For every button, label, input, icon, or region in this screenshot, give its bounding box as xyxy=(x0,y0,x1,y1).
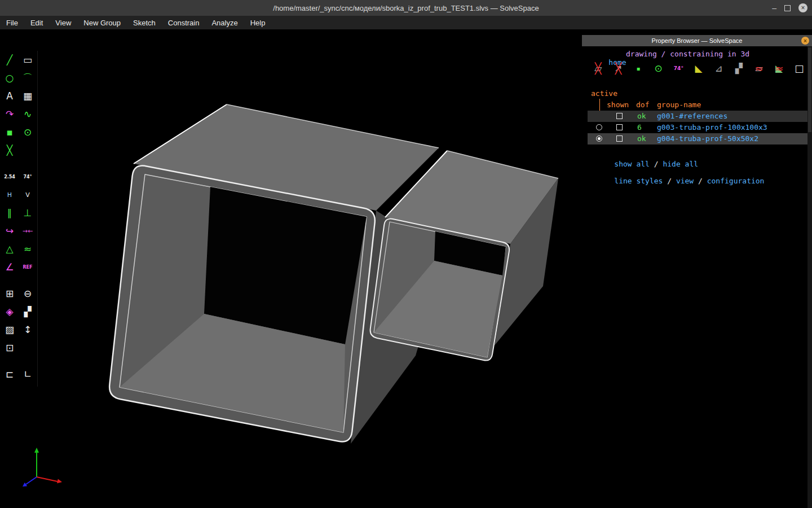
view-toggle-toolbar: ▱ ╳ ↗ ╳ ▪ ⊙ 74° ◣ ⊿ ▞ xyxy=(591,61,807,76)
menu-constrain[interactable]: Constrain xyxy=(162,16,206,29)
hide-all-link[interactable]: hide all xyxy=(663,160,698,168)
constraints-toggle-icon[interactable]: ⊙ xyxy=(651,61,666,76)
tangent-arc-icon[interactable]: ↷ xyxy=(1,105,19,123)
link-frame-icon[interactable]: ∟ xyxy=(19,365,37,383)
horizontal-constraint-icon[interactable]: H xyxy=(1,186,19,204)
group-row-g003[interactable]: 6 g003-truba-prof-100x100x3 xyxy=(582,122,807,133)
hidden-lines-toggle-icon[interactable]: ◣ ≈ xyxy=(772,61,787,76)
cubic-bezier-icon[interactable]: ∿ xyxy=(19,105,37,123)
arc-icon[interactable]: ⌒ xyxy=(19,69,37,87)
group-list-header: shown dof group-name xyxy=(582,100,807,111)
dof-value-g003: 6 xyxy=(637,122,642,133)
property-browser-titlebar: Property Browser — SolveSpace × xyxy=(582,35,812,46)
link-file-icon[interactable]: ⊏ xyxy=(1,365,19,383)
x-axis-arrowhead xyxy=(57,479,62,484)
perpendicular-constraint-icon[interactable]: ⊥ xyxy=(19,204,37,222)
parallel-constraint-icon[interactable]: ∥ xyxy=(1,204,19,222)
text-icon[interactable]: A xyxy=(1,87,19,105)
minimize-button[interactable]: – xyxy=(772,0,776,16)
angle-dimension-icon[interactable]: 74° xyxy=(19,168,37,186)
construction-icon[interactable]: ⊙ xyxy=(19,123,37,141)
lathe-group-icon[interactable]: ⊖ xyxy=(19,284,37,303)
outlines-toggle-icon[interactable]: ▞ xyxy=(731,61,746,76)
context-label: drawing / constraining in 3d xyxy=(626,50,749,58)
model-canvas[interactable] xyxy=(0,29,582,508)
group-row-g001[interactable]: ok g001-#references xyxy=(582,111,807,122)
y-axis-arrowhead xyxy=(34,448,39,453)
z-axis xyxy=(26,477,37,484)
equal-constraint-icon[interactable]: △ xyxy=(1,240,19,258)
window-title: /home/master/_sync/cnc/модели/sborka_iz_… xyxy=(273,4,539,12)
split-curves-icon[interactable]: ╳ xyxy=(1,141,19,159)
show-all-link[interactable]: show all xyxy=(614,160,650,168)
window-controls: – × xyxy=(772,0,807,16)
distance-dimension-icon[interactable]: 2.54 xyxy=(1,168,19,186)
line-styles-link[interactable]: line styles xyxy=(614,177,663,185)
menu-help[interactable]: Help xyxy=(244,16,272,29)
settings-links: line styles / view / configuration xyxy=(597,168,764,194)
property-browser-title: Property Browser — SolveSpace xyxy=(652,37,743,44)
group-link-g001[interactable]: g001-#references xyxy=(657,111,727,122)
sketch-toolbar: ╱ ▭ ○ ⌒ A ▦ ↷ ∿ ▪ ⊙ ╳ 2.54 74° H V xyxy=(1,51,38,387)
shown-checkbox-g003[interactable] xyxy=(616,124,623,130)
close-button[interactable]: × xyxy=(798,3,807,12)
active-radio-g004[interactable] xyxy=(596,135,602,142)
mesh-toggle-icon[interactable]: ▱ ≈ xyxy=(752,61,766,76)
menu-view[interactable]: View xyxy=(49,16,77,29)
property-browser-window: Property Browser — SolveSpace × home dra… xyxy=(582,35,812,508)
shown-checkbox-g004[interactable] xyxy=(616,135,623,142)
vertical-constraint-icon[interactable]: V xyxy=(19,186,37,204)
shown-checkbox-g001[interactable] xyxy=(616,113,623,119)
reference-constraint-icon[interactable]: REF xyxy=(19,258,37,276)
symmetric-constraint-icon[interactable]: →← xyxy=(19,222,37,240)
axes-indicator xyxy=(23,448,62,487)
other-angle-constraint-icon[interactable]: ∠ xyxy=(1,258,19,276)
menu-file[interactable]: File xyxy=(0,16,24,29)
same-curvature-constraint-icon[interactable]: ≈ xyxy=(19,240,37,258)
circle-icon[interactable]: ○ xyxy=(1,69,19,87)
dimensions-toggle-icon[interactable]: 74° xyxy=(672,61,686,76)
restore-button[interactable] xyxy=(784,5,791,11)
active-radio-g003[interactable] xyxy=(596,124,602,130)
revolve-group-icon[interactable]: ◈ xyxy=(1,303,19,321)
points-toggle-icon[interactable]: ▪ xyxy=(631,61,646,76)
step-rotate-group-icon[interactable]: ▨ xyxy=(1,321,19,339)
step-translate-group-icon[interactable]: ▞ xyxy=(19,303,37,321)
group-list: ok g001-#references 6 g003-truba-prof-10… xyxy=(582,111,807,144)
occluded-toggle-icon[interactable]: □ xyxy=(792,61,806,76)
group-link-g004[interactable]: g004-truba-prof-50x50x2 xyxy=(657,133,758,144)
workplanes-toggle-icon[interactable]: ▱ ╳ xyxy=(591,61,606,76)
group-row-g004[interactable]: ok g004-truba-prof-50x50x2 xyxy=(582,133,807,144)
shaded-toggle-icon[interactable]: ◣ xyxy=(691,61,706,76)
scrollbar-thumb[interactable] xyxy=(808,47,811,132)
menu-sketch[interactable]: Sketch xyxy=(127,16,162,29)
line-segment-icon[interactable]: ╱ xyxy=(1,51,19,69)
window-titlebar: /home/master/_sync/cnc/модели/sborka_iz_… xyxy=(0,0,812,16)
scrollbar[interactable] xyxy=(807,46,812,508)
helix-group-icon[interactable]: ↕ xyxy=(19,321,37,339)
menu-edit[interactable]: Edit xyxy=(24,16,49,29)
menu-bar: File Edit View New Group Sketch Constrai… xyxy=(0,16,812,29)
property-browser-close-button[interactable]: × xyxy=(801,37,809,45)
active-section-label: active xyxy=(591,89,617,98)
view-link[interactable]: view xyxy=(676,177,694,185)
rectangle-icon[interactable]: ▭ xyxy=(19,51,37,69)
dof-value-g004: ok xyxy=(637,133,646,144)
menu-new-group[interactable]: New Group xyxy=(77,16,127,29)
x-axis xyxy=(37,477,58,481)
group-link-g003[interactable]: g003-truba-prof-100x100x3 xyxy=(657,122,767,133)
configuration-link[interactable]: configuration xyxy=(707,177,765,185)
extrude-group-icon[interactable]: ⊞ xyxy=(1,284,19,303)
menu-analyze[interactable]: Analyze xyxy=(205,16,244,29)
image-icon[interactable]: ▦ xyxy=(19,87,37,105)
normals-toggle-icon[interactable]: ↗ ╳ xyxy=(611,61,626,76)
edges-toggle-icon[interactable]: ⊿ xyxy=(712,61,726,76)
sketch-in-3d-icon[interactable]: ⊡ xyxy=(1,339,19,357)
datum-point-icon[interactable]: ▪ xyxy=(1,123,19,141)
tangent-constraint-icon[interactable]: ↪ xyxy=(1,222,19,240)
dof-value-g001: ok xyxy=(637,111,646,122)
